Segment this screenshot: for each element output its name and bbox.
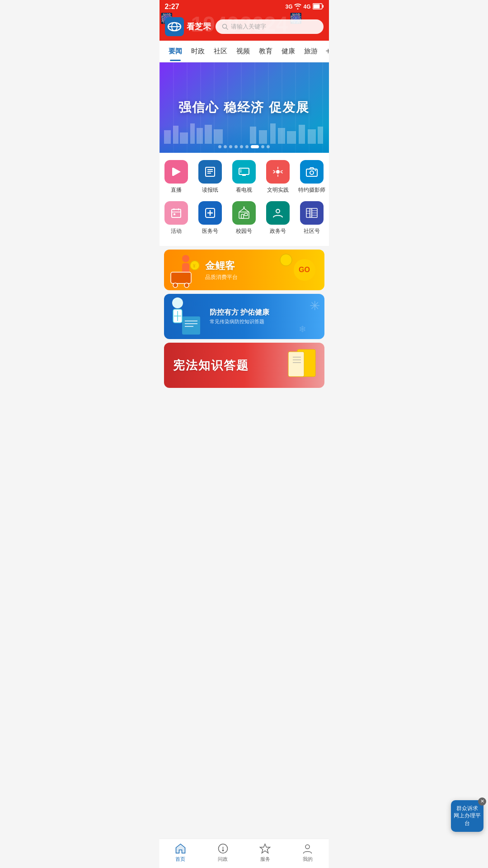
photographer-icon <box>300 160 324 184</box>
dot-1[interactable] <box>218 145 221 148</box>
civilization-label: 文明实践 <box>267 186 289 194</box>
virus-icon: ✳ <box>310 298 320 313</box>
svg-rect-22 <box>318 127 323 144</box>
svg-point-73 <box>280 254 292 266</box>
promo-banner-jinlike[interactable]: ¥ 金鲤客 品质消费平台 GO <box>164 250 324 290</box>
tab-shequ[interactable]: 社区 <box>209 42 232 61</box>
wifi-icon <box>294 3 301 11</box>
dot-8[interactable] <box>261 145 264 148</box>
dot-5[interactable] <box>240 145 243 148</box>
dot-3[interactable] <box>229 145 232 148</box>
svg-point-66 <box>182 255 189 262</box>
icon-government[interactable]: 政务号 <box>264 201 291 235</box>
icon-tv[interactable]: 看电视 <box>230 160 258 194</box>
search-bar[interactable]: 请输入关键字 <box>216 19 324 34</box>
icon-activity[interactable]: 活动 <box>163 201 190 235</box>
battery-icon <box>313 3 324 11</box>
svg-rect-78 <box>182 316 200 335</box>
svg-point-69 <box>173 283 178 288</box>
app-name: 看芝罘 <box>187 21 211 32</box>
icon-photographer[interactable]: 特约摄影师 <box>298 160 325 194</box>
nav-tabs: 要闻 时政 社区 视频 教育 健康 旅游 + <box>160 41 329 62</box>
icon-row-2: 活动 医务号 校园号 政务号 <box>160 201 329 235</box>
status-icons: 3G 4G <box>285 3 323 11</box>
go-button[interactable]: GO <box>294 259 315 281</box>
svg-point-32 <box>240 170 242 171</box>
svg-rect-17 <box>270 123 276 144</box>
cellular-icon: 4G <box>303 4 310 10</box>
svg-rect-54 <box>244 213 248 216</box>
newspaper-icon <box>198 160 222 184</box>
icon-medical[interactable]: 医务号 <box>197 201 224 235</box>
svg-rect-2 <box>313 4 319 8</box>
logo-area: 看芝罘 <box>165 17 211 36</box>
promo-text-2: 防控有方 护佑健康 常见传染病防控知识答题 <box>202 308 277 325</box>
tab-shizheng[interactable]: 时政 <box>187 42 209 61</box>
dot-9[interactable] <box>267 145 270 148</box>
status-bar: 2:27 3G 4G <box>160 0 329 14</box>
promo-subtitle-2: 常见传染病防控知识答题 <box>210 318 269 325</box>
search-placeholder: 请输入关键字 <box>231 23 266 31</box>
virus-icon-2: ❄ <box>299 324 306 335</box>
tv-icon <box>232 160 256 184</box>
tab-jiaoyu[interactable]: 教育 <box>254 42 277 61</box>
tv-label: 看电视 <box>236 186 252 194</box>
svg-rect-16 <box>259 130 267 144</box>
main-banner[interactable]: 强信心 稳经济 促发展 <box>160 62 329 153</box>
add-tab-button[interactable]: + <box>322 41 329 62</box>
tab-yaowen[interactable]: 要闻 <box>164 42 187 61</box>
icon-newspaper[interactable]: 读报纸 <box>197 160 224 194</box>
svg-rect-14 <box>214 129 223 144</box>
promo-text-3: 宪法知识答题 <box>164 358 258 373</box>
app-header: 🎆 🎆 看芝罘 请输入关键字 <box>160 14 329 41</box>
dot-2[interactable] <box>224 145 227 148</box>
svg-point-70 <box>184 283 189 288</box>
app-logo-icon <box>165 17 184 36</box>
svg-rect-18 <box>278 128 285 144</box>
coin-decoration <box>279 253 293 269</box>
banner-dots <box>218 145 270 148</box>
civilization-icon <box>266 160 290 184</box>
tab-lvyou[interactable]: 旅游 <box>300 42 322 61</box>
live-label: 直播 <box>171 186 182 194</box>
promo-banner-constitution[interactable]: 宪法知识答题 <box>164 343 324 388</box>
icon-community[interactable]: 社区号 <box>298 201 325 235</box>
icon-campus[interactable]: 校园号 <box>230 201 258 235</box>
svg-point-74 <box>172 297 183 308</box>
svg-line-36 <box>281 172 283 174</box>
dot-4[interactable] <box>235 145 238 148</box>
svg-rect-8 <box>164 130 171 144</box>
svg-rect-19 <box>287 131 296 144</box>
book-decoration <box>284 343 320 388</box>
svg-rect-12 <box>197 128 203 144</box>
svg-rect-48 <box>174 213 175 215</box>
promo-banner-health[interactable]: 防控有方 护佑健康 常见传染病防控知识答题 ✳ ❄ <box>164 294 324 339</box>
city-skyline <box>160 121 329 144</box>
community-icon <box>300 201 324 225</box>
medical-label: 医务号 <box>202 227 218 235</box>
dot-7[interactable] <box>251 145 259 148</box>
svg-point-56 <box>244 207 245 208</box>
svg-rect-13 <box>205 125 212 144</box>
promo-title-1: 金鲤客 <box>205 259 238 273</box>
svg-rect-11 <box>190 123 195 144</box>
icon-civilization[interactable]: 文明实践 <box>264 160 291 194</box>
activity-icon <box>164 201 188 225</box>
search-icon <box>222 24 228 30</box>
icon-live[interactable]: 直播 <box>163 160 190 194</box>
svg-point-40 <box>276 170 280 174</box>
svg-point-57 <box>276 209 280 213</box>
government-label: 政务号 <box>270 227 286 235</box>
tab-shipin[interactable]: 视频 <box>232 42 254 61</box>
live-icon <box>164 160 188 184</box>
tab-jiankang[interactable]: 健康 <box>277 42 300 61</box>
svg-marker-23 <box>174 168 181 176</box>
status-time: 2:27 <box>165 3 179 11</box>
dot-6[interactable] <box>245 145 249 148</box>
svg-line-35 <box>281 170 283 172</box>
svg-rect-20 <box>299 125 305 144</box>
svg-rect-83 <box>288 352 304 377</box>
svg-rect-68 <box>171 272 191 283</box>
svg-rect-24 <box>172 168 174 176</box>
newspaper-label: 读报纸 <box>202 186 218 194</box>
